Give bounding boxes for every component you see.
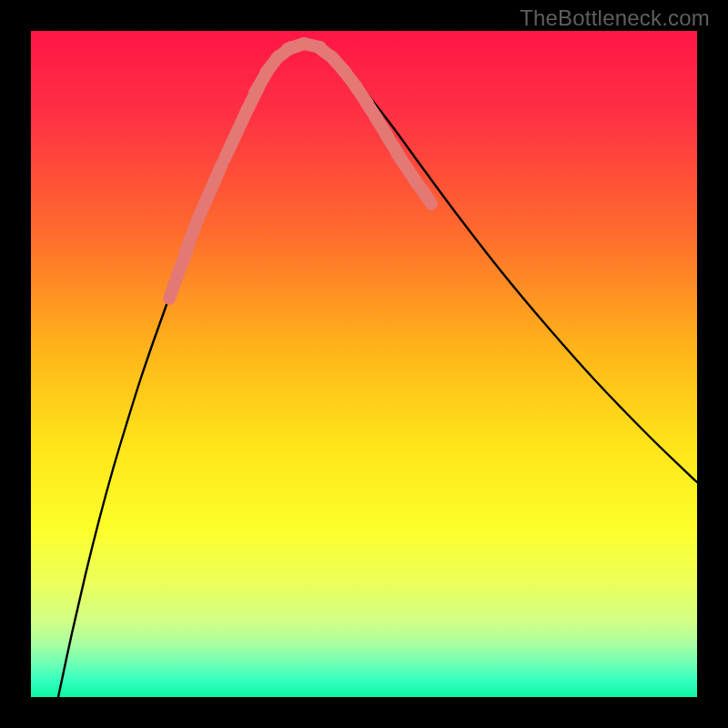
highlight-segment	[420, 187, 431, 204]
outer-frame: TheBottleneck.com	[0, 0, 728, 728]
plot-svg	[31, 31, 697, 697]
plot-area	[31, 31, 697, 697]
gradient-fill	[31, 31, 697, 697]
watermark-label: TheBottleneck.com	[520, 5, 710, 31]
